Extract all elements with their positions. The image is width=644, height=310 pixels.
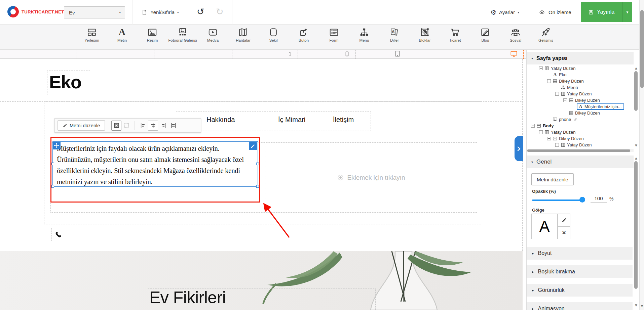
section-header-2[interactable]: ▸ Görünürlük <box>527 284 633 297</box>
media-icon <box>208 27 218 37</box>
toolbar-item-sosyal[interactable]: Sosyal <box>500 25 531 43</box>
border-off-button[interactable] <box>121 121 131 131</box>
align-center-button[interactable] <box>148 121 158 131</box>
toolbar-item-haritalar[interactable]: Haritalar <box>228 25 258 43</box>
shadow-edit-button[interactable] <box>558 214 570 226</box>
tree-horizontal-scrollbar[interactable] <box>527 149 634 152</box>
tree-item[interactable]: Dikey Düzen <box>527 97 634 103</box>
tree-item[interactable]: Menü <box>527 84 634 91</box>
edit-text-button[interactable]: Metni düzenle <box>58 120 105 131</box>
page-select[interactable]: Ev ▾ <box>64 6 125 18</box>
tree-item[interactable]: Müşterileriniz için... <box>527 103 634 110</box>
resize-handle[interactable] <box>51 163 54 165</box>
preview-label: Ön izleme <box>548 9 571 15</box>
collapse-toggle-icon[interactable] <box>531 124 535 128</box>
tree-item[interactable]: Dikey Düzen <box>527 78 634 84</box>
toolbar-item-ticaret[interactable]: Ticaret <box>440 25 470 43</box>
canvas-edge-guide <box>1 101 1 251</box>
toolbar-item-diller[interactable]: Diller <box>379 25 410 43</box>
collapse-toggle-icon[interactable] <box>547 79 551 83</box>
toolbar-item-metin[interactable]: Metin <box>107 25 137 43</box>
shadow-delete-button[interactable]: × <box>558 226 570 239</box>
nav-item-1[interactable]: İç Mimari <box>278 116 305 124</box>
section-header-3[interactable]: ▸ Animasyon <box>527 302 633 310</box>
align-right-button[interactable] <box>158 121 168 131</box>
element-edit-button[interactable] <box>249 142 257 150</box>
tree-item[interactable]: Yatay Düzen <box>527 91 634 97</box>
collapse-toggle-icon[interactable] <box>539 130 543 134</box>
tree-item[interactable]: Body <box>527 123 634 129</box>
resize-handle[interactable] <box>256 163 259 165</box>
section-title[interactable]: Ev Fikirleri <box>149 288 226 307</box>
tree-scroll-down[interactable]: ▼ <box>634 144 638 147</box>
toolbar-item-fotograf-galerisi[interactable]: Fotoğraf Galerisi <box>167 25 198 43</box>
phone-element-outline[interactable] <box>51 228 64 241</box>
monitor-breakpoint-icon[interactable] <box>510 50 518 57</box>
collapse-toggle-icon[interactable] <box>555 143 559 147</box>
phone-large-breakpoint-icon[interactable] <box>344 50 350 57</box>
panel-scroll-down[interactable]: ▼ <box>634 304 638 307</box>
undo-button[interactable]: ↺ <box>197 7 204 17</box>
tree-item[interactable]: Dikey Düzen <box>527 110 634 116</box>
edit-text-button[interactable]: Metni düzenle <box>531 173 574 185</box>
toolbar-item-buton[interactable]: Buton <box>289 25 319 43</box>
tree-item-body: Dikey Düzen <box>553 136 584 141</box>
publish-dropdown-button[interactable]: ▼ <box>622 2 632 22</box>
opacity-value-input[interactable] <box>591 194 607 203</box>
publish-button[interactable]: Yayınla <box>581 2 622 22</box>
page-scrollbar-thumb[interactable] <box>640 10 644 88</box>
page-scroll-down[interactable]: ▼ <box>640 304 644 308</box>
new-reset-button[interactable]: Yeni/Sıfırla ▾ <box>141 0 179 25</box>
tablet-breakpoint-icon[interactable] <box>394 50 401 57</box>
tree-item-label: Dikey Düzen <box>559 136 584 141</box>
tree-item[interactable]: Yatay Düzen <box>527 129 634 135</box>
breakpoint-guide <box>298 50 298 59</box>
general-section-header[interactable]: ▾ Genel <box>527 156 634 168</box>
section-header-0[interactable]: ▸ Boyut <box>527 247 633 260</box>
toolbar-item-sekil[interactable]: Şekil <box>258 25 289 43</box>
collapse-toggle-icon[interactable] <box>547 137 551 140</box>
toolbar-item-medya[interactable]: Medya <box>198 25 228 43</box>
selected-text-element[interactable]: Müşterileriniz için faydalı olacak ürün … <box>52 141 258 187</box>
resize-handle[interactable] <box>51 185 54 188</box>
opacity-slider-track[interactable] <box>532 200 584 201</box>
toolbar-item-bloklar[interactable]: Bloklar <box>410 25 440 43</box>
collapse-toggle-icon[interactable] <box>555 92 559 96</box>
section-header-1[interactable]: ▸ Boşluk bırakma <box>527 265 633 278</box>
tree-item[interactable]: Dikey Düzen <box>527 135 634 142</box>
toolbar-item-yerlesim[interactable]: Yerleşim <box>77 25 107 43</box>
align-left-button[interactable] <box>138 121 148 131</box>
settings-button[interactable]: ⚙ Ayarlar ▾ <box>490 0 519 25</box>
tree-scroll-up[interactable]: ▲ <box>634 67 638 70</box>
tree-scrollbar-thumb[interactable] <box>634 71 638 111</box>
tree-item[interactable]: Eko <box>527 72 634 78</box>
preview-button[interactable]: Ön izleme <box>538 0 571 25</box>
page-scrollbar[interactable]: ▼ <box>639 0 644 310</box>
page-title[interactable]: Eko <box>49 72 81 92</box>
structure-section-header[interactable]: ▾ Sayfa yapısı <box>527 52 634 64</box>
border-on-button[interactable] <box>111 121 121 131</box>
panel-scrollbar-thumb[interactable] <box>634 161 638 289</box>
tree-item[interactable]: Yatay Düzen <box>527 65 634 72</box>
resize-handle[interactable] <box>256 185 259 188</box>
nav-item-0[interactable]: Hakkında <box>206 116 235 124</box>
collapse-toggle-icon[interactable] <box>539 67 543 70</box>
tree-item[interactable]: phone <box>527 116 634 123</box>
panel-scroll-up[interactable]: ▲ <box>634 157 638 160</box>
phone-small-breakpoint-icon[interactable] <box>288 51 293 57</box>
expand-panel-tab[interactable] <box>515 136 523 161</box>
redo-button[interactable]: ↻ <box>216 7 224 17</box>
toolbar-item-menu[interactable]: Menü <box>349 25 379 43</box>
tree-item[interactable]: Yatay Düzen <box>527 142 634 148</box>
add-content-placeholder[interactable]: Eklemek için tıklayın <box>265 142 477 213</box>
opacity-slider-thumb[interactable] <box>579 197 585 203</box>
collapse-toggle-icon[interactable] <box>563 98 567 102</box>
toolbar-item-gelismis[interactable]: Gelişmiş <box>531 25 561 43</box>
nav-item-2[interactable]: İletişim <box>333 116 354 124</box>
toolbar-item-resim[interactable]: Resim <box>137 25 167 43</box>
page-canvas[interactable]: Eko Hakkındaİç Mimariİletişim Metni düze… <box>0 59 526 310</box>
toolbar-item-form[interactable]: Form <box>319 25 349 43</box>
align-justify-button[interactable] <box>168 121 178 131</box>
toolbar-item-blog[interactable]: Blog <box>470 25 500 43</box>
move-handle[interactable] <box>52 141 61 149</box>
